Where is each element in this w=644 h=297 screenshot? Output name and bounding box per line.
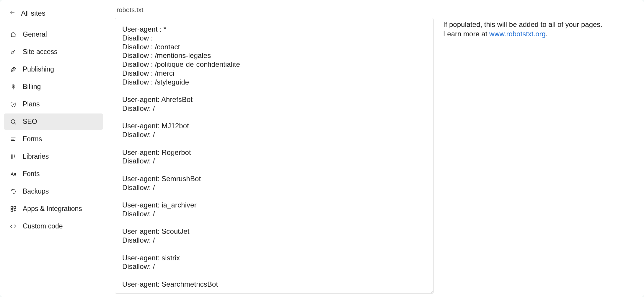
sidebar-item-label: SEO <box>23 118 37 126</box>
svg-point-4 <box>11 119 15 123</box>
sidebar-item-label: Libraries <box>23 152 49 160</box>
arrow-left-icon <box>9 9 16 17</box>
sidebar-item-seo[interactable]: SEO <box>4 113 103 130</box>
sidebar: All sites General Site access Publishing… <box>0 0 107 297</box>
sidebar-item-publishing[interactable]: Publishing <box>4 61 103 77</box>
key-icon <box>10 48 17 56</box>
robots-txt-textarea[interactable] <box>115 18 434 294</box>
sidebar-item-label: Plans <box>23 100 40 108</box>
search-icon <box>10 118 17 125</box>
sidebar-item-label: Billing <box>23 83 41 91</box>
sidebar-nav: General Site access Publishing Billing P… <box>4 26 103 234</box>
sidebar-item-label: Forms <box>23 135 42 143</box>
svg-point-3 <box>13 104 14 105</box>
gauge-icon <box>10 101 17 108</box>
sidebar-item-apps-integrations[interactable]: Apps & Integrations <box>4 201 103 217</box>
svg-point-1 <box>13 68 14 69</box>
sidebar-item-label: Fonts <box>23 170 40 178</box>
help-text: If populated, this will be added to all … <box>443 6 609 294</box>
back-label: All sites <box>21 9 45 17</box>
back-all-sites[interactable]: All sites <box>4 6 103 26</box>
svg-rect-5 <box>11 206 13 208</box>
sidebar-item-backups[interactable]: Backups <box>4 183 103 199</box>
sidebar-item-custom-code[interactable]: Custom code <box>4 218 103 234</box>
help-text-after: . <box>546 30 548 38</box>
sidebar-item-label: Publishing <box>23 65 54 73</box>
sidebar-item-label: Custom code <box>23 222 63 230</box>
svg-point-0 <box>11 52 13 54</box>
robots-editor-column: robots.txt <box>115 6 434 294</box>
fonts-icon <box>10 171 17 178</box>
sidebar-item-libraries[interactable]: Libraries <box>4 148 103 165</box>
code-icon <box>10 223 17 230</box>
grid-plus-icon <box>10 205 17 212</box>
rocket-icon <box>10 66 17 73</box>
section-title: robots.txt <box>115 6 434 14</box>
library-icon <box>10 153 17 160</box>
main-content: robots.txt If populated, this will be ad… <box>107 0 644 297</box>
svg-rect-7 <box>11 209 13 211</box>
sidebar-item-forms[interactable]: Forms <box>4 131 103 147</box>
sidebar-item-billing[interactable]: Billing <box>4 79 103 95</box>
robotstxt-link[interactable]: www.robotstxt.org <box>489 30 546 38</box>
sidebar-item-label: Apps & Integrations <box>23 205 82 213</box>
sidebar-item-label: Site access <box>23 48 58 56</box>
sidebar-item-label: Backups <box>23 187 49 195</box>
sidebar-item-plans[interactable]: Plans <box>4 96 103 112</box>
sidebar-item-fonts[interactable]: Fonts <box>4 166 103 182</box>
home-icon <box>10 31 17 38</box>
sidebar-item-general[interactable]: General <box>4 26 103 43</box>
sidebar-item-label: General <box>23 30 47 38</box>
sidebar-item-site-access[interactable]: Site access <box>4 44 103 60</box>
undo-icon <box>10 188 17 195</box>
dollar-icon <box>10 83 17 90</box>
svg-rect-6 <box>14 206 16 208</box>
lines-icon <box>10 136 17 143</box>
